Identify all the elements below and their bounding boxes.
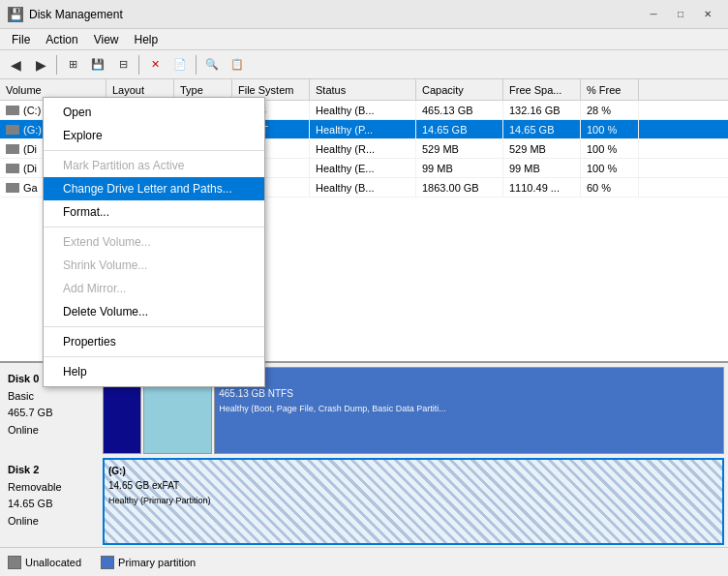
forward-button[interactable]: ▶ <box>29 53 52 76</box>
menu-bar: File Action View Help <box>0 29 728 50</box>
back-button[interactable]: ◀ <box>4 53 27 76</box>
td-status: Healthy (B... <box>310 101 416 119</box>
status-bar: Unallocated Primary partition <box>0 547 728 576</box>
context-menu-item: Add Mirror... <box>44 277 264 300</box>
toolbar-sep-3 <box>196 55 197 75</box>
context-menu-item[interactable]: Explore <box>44 124 264 147</box>
legend-primary-label: Primary partition <box>118 557 196 568</box>
title-bar: 💾 Disk Management ─ □ ✕ <box>0 0 728 29</box>
disk-label: Disk 2Removable14.65 GBOnline <box>4 458 101 545</box>
context-menu-separator <box>44 326 264 327</box>
legend-primary-box <box>101 556 114 569</box>
window-title: Disk Management <box>29 8 641 21</box>
disk-row: Disk 2Removable14.65 GBOnline(G:)14.65 G… <box>4 458 724 545</box>
td-pct: 100 % <box>581 139 639 158</box>
td-status: Healthy (B... <box>310 178 416 197</box>
td-status: Healthy (P... <box>310 120 416 138</box>
context-menu: OpenExploreMark Partition as ActiveChang… <box>43 97 265 387</box>
td-free: 1110.49 ... <box>503 178 581 197</box>
partition[interactable]: (G:)14.65 GB exFATHealthy (Primary Parti… <box>103 458 724 545</box>
toolbar-btn-4[interactable]: 💾 <box>86 53 109 76</box>
context-menu-item[interactable]: Format... <box>44 200 264 224</box>
col-pct: % Free <box>581 79 639 100</box>
menu-file[interactable]: File <box>4 29 38 49</box>
toolbar-btn-8[interactable]: 🔍 <box>200 53 224 76</box>
td-status: Healthy (E... <box>310 159 416 177</box>
td-pct: 28 % <box>581 101 639 119</box>
partition[interactable]: (C:)465.13 GB NTFSHealthy (Boot, Page Fi… <box>214 367 724 454</box>
td-pct: 60 % <box>581 178 639 197</box>
legend-unallocated-label: Unallocated <box>25 557 81 568</box>
disk-partitions: (G:)14.65 GB exFATHealthy (Primary Parti… <box>103 458 724 545</box>
td-pct: 100 % <box>581 159 639 177</box>
menu-action[interactable]: Action <box>38 29 85 49</box>
toolbar-sep-2 <box>138 55 139 75</box>
td-free: 132.16 GB <box>503 101 581 119</box>
maximize-button[interactable]: □ <box>668 5 693 24</box>
toolbar-sep-1 <box>56 55 57 75</box>
context-menu-item: Extend Volume... <box>44 230 264 254</box>
legend-unallocated: Unallocated <box>8 556 81 569</box>
context-menu-item[interactable]: Change Drive Letter and Paths... <box>44 177 264 200</box>
toolbar-btn-3[interactable]: ⊞ <box>61 53 84 76</box>
close-button[interactable]: ✕ <box>695 5 720 24</box>
toolbar-btn-5[interactable]: ⊟ <box>111 53 135 76</box>
td-capacity: 14.65 GB <box>416 120 503 138</box>
menu-view[interactable]: View <box>86 29 127 49</box>
context-menu-item[interactable]: Open <box>44 101 264 124</box>
td-pct: 100 % <box>581 120 639 138</box>
context-menu-item[interactable]: Help <box>44 360 264 383</box>
context-menu-separator <box>44 150 264 151</box>
legend-unallocated-box <box>8 556 21 569</box>
td-capacity: 529 MB <box>416 139 503 158</box>
td-capacity: 1863.00 GB <box>416 178 503 197</box>
td-free: 14.65 GB <box>503 120 581 138</box>
context-menu-item[interactable]: Properties <box>44 330 264 353</box>
legend-primary: Primary partition <box>101 556 196 569</box>
app-icon: 💾 <box>8 7 23 22</box>
toolbar-btn-7[interactable]: 📄 <box>168 53 192 76</box>
td-free: 99 MB <box>503 159 581 177</box>
td-capacity: 99 MB <box>416 159 503 177</box>
td-free: 529 MB <box>503 139 581 158</box>
minimize-button[interactable]: ─ <box>641 5 666 24</box>
toolbar: ◀ ▶ ⊞ 💾 ⊟ ✕ 📄 🔍 📋 <box>0 50 728 79</box>
context-menu-separator <box>44 227 264 227</box>
toolbar-btn-6[interactable]: ✕ <box>143 53 167 76</box>
toolbar-btn-9[interactable]: 📋 <box>226 53 249 76</box>
td-status: Healthy (R... <box>310 139 416 158</box>
disk-panels: Disk 0Basic465.7 GBOnline(C:)465.13 GB N… <box>0 363 728 576</box>
col-status: Status <box>310 79 416 100</box>
col-capacity: Capacity <box>416 79 503 100</box>
col-free: Free Spa... <box>503 79 581 100</box>
td-capacity: 465.13 GB <box>416 101 503 119</box>
context-menu-item: Shrink Volume... <box>44 254 264 277</box>
context-menu-separator <box>44 356 264 357</box>
menu-help[interactable]: Help <box>127 29 167 49</box>
window-controls: ─ □ ✕ <box>641 5 720 24</box>
context-menu-item: Mark Partition as Active <box>44 154 264 177</box>
context-menu-item[interactable]: Delete Volume... <box>44 300 264 323</box>
